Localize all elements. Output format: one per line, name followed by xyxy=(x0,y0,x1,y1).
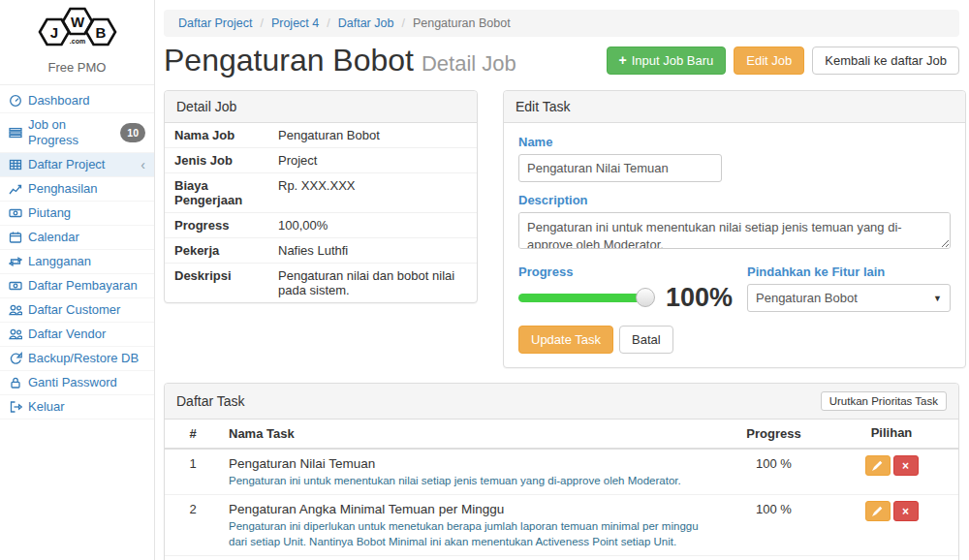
job-count-badge: 10 xyxy=(120,123,145,142)
sidebar-item-penghasilan[interactable]: Penghasilan xyxy=(0,177,154,202)
table-row: Biaya Pengerjaan Rp. XXX.XXX xyxy=(165,173,477,213)
progress-slider[interactable] xyxy=(518,294,646,302)
back-to-job-list-button[interactable]: Kembali ke daftar Job xyxy=(812,47,959,75)
dashboard-icon xyxy=(9,94,22,108)
progress-percent-value: 100% xyxy=(666,285,733,311)
sidebar-item-daftar-vendor[interactable]: Daftar Vendor xyxy=(0,323,154,347)
detail-job-table: Nama Job Pengaturan Bobot Jenis Job Proj… xyxy=(165,123,477,302)
edit-task-panel: Edit Task Name Description Pengaturan in… xyxy=(503,90,966,368)
table-row: 2 Pengaturan Angka Minimal Temuan per Mi… xyxy=(165,495,958,556)
task-description-textarea[interactable]: Pengaturan ini untuk menentukan nilai se… xyxy=(518,212,951,249)
sidebar-item-langganan[interactable]: Langganan xyxy=(0,250,154,274)
x-icon: × xyxy=(902,460,909,472)
table-row: 1 Pengaturan Nilai Temuan Pengaturan ini… xyxy=(165,450,958,495)
progress-label: Progress xyxy=(518,264,747,279)
table-row: 3 Pengaturan Bobot Activeness Point vs E… xyxy=(165,556,958,560)
plus-icon xyxy=(619,53,627,68)
sidebar-item-backup-restore-db[interactable]: Backup/Restore DB xyxy=(0,347,154,371)
breadcrumb: Daftar Project Project 4 Daftar Job Peng… xyxy=(164,10,959,37)
sidebar-item-piutang[interactable]: Piutang xyxy=(0,202,154,226)
brand-subtitle: Free PMO xyxy=(0,56,154,85)
lock-icon xyxy=(9,376,22,389)
task-description: Pengaturan ini untuk menentukan nilai se… xyxy=(229,473,715,488)
detail-job-panel: Detail Job Nama Job Pengaturan Bobot Jen… xyxy=(164,90,478,303)
daftar-task-panel-title: Daftar Task xyxy=(176,393,245,409)
table-row: Pekerja Nafies Luthfi xyxy=(165,238,477,264)
money-icon xyxy=(9,279,22,293)
update-task-button[interactable]: Update Task xyxy=(518,326,613,354)
svg-text:W: W xyxy=(70,14,84,30)
input-job-baru-button[interactable]: Input Job Baru xyxy=(607,47,727,75)
table-icon xyxy=(9,158,22,171)
edit-task-button[interactable] xyxy=(865,455,891,476)
sidebar-item-keluar[interactable]: Keluar xyxy=(0,395,154,420)
pencil-icon xyxy=(872,460,883,471)
retweet-icon xyxy=(9,255,22,268)
svg-text:.com: .com xyxy=(69,38,84,45)
task-table-header: # Nama Task Progress Pilihan xyxy=(165,420,958,450)
chevron-left-icon: ‹ xyxy=(141,160,145,170)
page-title: Pengaturan BobotDetail Job xyxy=(164,43,516,78)
app-logo: W J B .com xyxy=(0,0,154,56)
table-row: Progress 100,00% xyxy=(165,213,477,238)
task-progress: 100 % xyxy=(723,556,825,560)
progress-slider-handle[interactable] xyxy=(636,288,655,307)
tasks-icon xyxy=(9,126,22,140)
line-chart-icon xyxy=(9,182,22,196)
table-row: Nama Job Pengaturan Bobot xyxy=(165,123,477,148)
svg-text:B: B xyxy=(95,24,106,41)
table-row: Deskripsi Pengaturan nilai dan bobot nil… xyxy=(165,264,477,302)
daftar-task-panel: Daftar Task Urutkan Prioritas Task # Nam… xyxy=(164,383,959,560)
task-name-input[interactable] xyxy=(518,154,722,182)
task-table: # Nama Task Progress Pilihan 1 Pengatura… xyxy=(165,420,958,560)
page-subtitle: Detail Job xyxy=(422,51,516,76)
sidebar-item-calendar[interactable]: Calendar xyxy=(0,226,154,250)
sidebar-nav: Dashboard Job on Progress 10 Daftar Proj… xyxy=(0,89,154,420)
edit-task-button[interactable] xyxy=(865,501,891,521)
users-icon xyxy=(9,303,22,317)
jwb-hexagon-logo-icon: W J B .com xyxy=(29,6,126,50)
sidebar: W J B .com Free PMO Dashboard Job xyxy=(0,0,155,560)
sort-priority-top-button[interactable]: Urutkan Prioritas Task xyxy=(821,391,947,411)
breadcrumb-current-page: Pengaturan Bobot xyxy=(393,16,510,30)
breadcrumb-daftar-project[interactable]: Daftar Project xyxy=(178,16,252,30)
sign-out-icon xyxy=(9,400,22,414)
main-content: Daftar Project Project 4 Daftar Job Peng… xyxy=(155,0,969,560)
task-name: Pengaturan Nilai Temuan xyxy=(229,456,715,471)
money-icon xyxy=(9,206,22,220)
refresh-icon xyxy=(9,352,22,365)
task-name: Pengaturan Angka Minimal Temuan per Ming… xyxy=(229,502,715,516)
description-label: Description xyxy=(518,193,951,207)
delete-task-button[interactable]: × xyxy=(893,455,919,476)
move-to-feature-select[interactable]: Pengaturan Bobot ▼ xyxy=(747,284,951,312)
cancel-button[interactable]: Batal xyxy=(619,326,673,354)
sidebar-item-ganti-password[interactable]: Ganti Password xyxy=(0,371,154,395)
svg-text:J: J xyxy=(49,24,57,41)
name-label: Name xyxy=(518,135,951,149)
table-row: Jenis Job Project xyxy=(165,148,477,173)
edit-task-panel-title: Edit Task xyxy=(504,91,965,123)
task-description: Pengaturan ini diperlukan untuk menetuka… xyxy=(229,518,715,549)
detail-job-panel-title: Detail Job xyxy=(165,91,477,123)
x-icon: × xyxy=(902,506,909,517)
task-progress: 100 % xyxy=(723,450,825,478)
edit-job-button[interactable]: Edit Job xyxy=(734,47,804,75)
sidebar-item-job-on-progress[interactable]: Job on Progress 10 xyxy=(0,113,154,153)
move-to-feature-label: Pindahkan ke Fitur lain xyxy=(747,264,951,279)
sidebar-item-daftar-pembayaran[interactable]: Daftar Pembayaran xyxy=(0,274,154,298)
breadcrumb-project-4[interactable]: Project 4 xyxy=(252,16,319,30)
breadcrumb-daftar-job[interactable]: Daftar Job xyxy=(319,16,393,30)
users-icon xyxy=(9,327,22,341)
delete-task-button[interactable]: × xyxy=(893,501,919,521)
sidebar-item-dashboard[interactable]: Dashboard xyxy=(0,89,154,113)
sidebar-item-daftar-project[interactable]: Daftar Project ‹ xyxy=(0,153,154,177)
pencil-icon xyxy=(872,506,883,516)
task-progress: 100 % xyxy=(723,495,825,523)
sidebar-item-daftar-customer[interactable]: Daftar Customer xyxy=(0,298,154,323)
chevron-down-icon: ▼ xyxy=(933,294,942,303)
calendar-icon xyxy=(9,231,22,244)
